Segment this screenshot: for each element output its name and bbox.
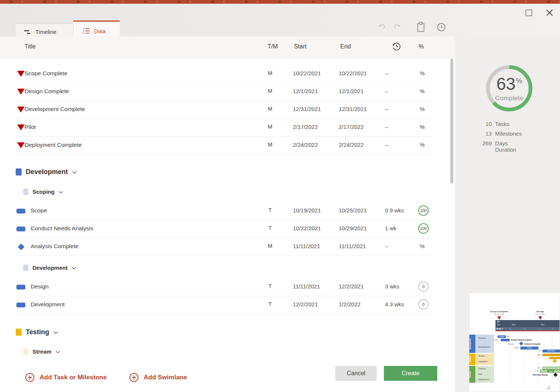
section-development[interactable]: Development — [16, 163, 77, 180]
swimlane-color-swatch[interactable] — [23, 348, 28, 355]
tm-cell[interactable]: M — [265, 70, 275, 76]
add-task-or-milestone-button[interactable]: Add Task or Milestone — [25, 371, 107, 384]
title-cell[interactable]: Development Complete — [25, 106, 85, 113]
end-cell[interactable]: 12/31/2021 — [339, 106, 367, 112]
swimlane-label[interactable]: Stream — [32, 348, 51, 355]
swimlane-stream[interactable]: Stream — [23, 343, 60, 360]
chevron-down-icon[interactable] — [53, 331, 58, 334]
duration-cell[interactable]: 3 wks — [385, 283, 399, 290]
clipboard-icon[interactable] — [416, 22, 425, 33]
percent-cell[interactable]: % — [420, 142, 425, 148]
start-cell[interactable]: 2/24/2022 — [293, 142, 318, 148]
title-cell[interactable]: Design — [31, 283, 49, 290]
percent-cell[interactable]: % — [420, 124, 425, 130]
duration-cell[interactable]: 0.9 wks — [385, 207, 404, 214]
title-cell[interactable]: Scope Complete — [25, 70, 68, 77]
end-cell[interactable]: 12/2/2021 — [339, 283, 364, 290]
tm-cell[interactable]: M — [265, 124, 275, 130]
tm-cell[interactable]: M — [265, 243, 275, 249]
title-cell[interactable]: Scope — [31, 207, 47, 214]
tm-cell[interactable]: M — [265, 106, 275, 112]
resize-grip[interactable] — [545, 384, 551, 390]
task-row[interactable]: Design T 11/11/2021 12/2/2021 3 wks 0 — [16, 278, 434, 296]
vertical-scrollbar[interactable] — [450, 59, 453, 183]
end-cell[interactable]: 10/22/2021 — [339, 70, 367, 76]
start-cell[interactable]: 12/1/2021 — [293, 88, 318, 94]
percent-cell[interactable]: % — [420, 88, 425, 94]
chevron-down-icon[interactable] — [56, 351, 60, 354]
end-cell[interactable]: 2/17/2022 — [339, 124, 364, 130]
duration-cell[interactable]: 4.3 wks — [385, 301, 404, 307]
section-label[interactable]: Testing — [26, 328, 49, 336]
duration-cell[interactable]: – — [385, 88, 388, 94]
swimlane-development[interactable]: Development — [23, 259, 76, 276]
start-cell[interactable]: 10/22/2021 — [293, 70, 321, 76]
title-cell[interactable]: Pilot — [25, 124, 36, 130]
percent-cell[interactable]: % — [420, 106, 425, 112]
tm-cell[interactable]: T — [265, 283, 275, 289]
close-button[interactable] — [546, 9, 553, 16]
swimlane-label[interactable]: Scoping — [32, 189, 54, 195]
undo-icon[interactable] — [378, 22, 387, 32]
milestone-row[interactable]: Deployment Complete M 2/24/2022 2/24/202… — [16, 136, 434, 155]
start-cell[interactable]: 11/11/2021 — [293, 243, 320, 249]
section-color-swatch[interactable] — [16, 168, 22, 176]
tm-cell[interactable]: T — [265, 225, 275, 231]
title-cell[interactable]: Development — [31, 301, 65, 308]
section-testing[interactable]: Testing — [16, 323, 58, 341]
task-row[interactable]: Scope T 10/19/2021 10/25/2021 0.9 wks 10… — [16, 202, 434, 220]
swimlane-scoping[interactable]: Scoping — [23, 183, 63, 200]
title-cell[interactable]: Deployment Complete — [25, 142, 82, 148]
end-cell[interactable]: 2/24/2022 — [339, 142, 364, 148]
task-shape-icon[interactable] — [16, 220, 26, 238]
duration-cell[interactable]: 1 wk — [385, 225, 397, 231]
swimlane-label[interactable]: Development — [32, 265, 68, 271]
duration-cell[interactable]: – — [385, 124, 388, 130]
percent-complete-badge[interactable]: 100 — [418, 205, 429, 216]
milestone-row[interactable]: Scope Complete M 10/22/2021 10/22/2021 –… — [16, 65, 434, 83]
tm-cell[interactable]: M — [265, 142, 275, 148]
swimlane-color-swatch[interactable] — [23, 189, 28, 195]
tm-cell[interactable]: T — [265, 301, 275, 307]
start-cell[interactable]: 10/22/2021 — [293, 225, 321, 231]
chevron-down-icon[interactable] — [72, 267, 76, 270]
percent-complete-badge[interactable]: 100 — [418, 223, 429, 234]
chevron-down-icon[interactable] — [59, 191, 63, 194]
end-cell[interactable]: 1/2/2022 — [339, 301, 360, 307]
start-cell[interactable]: 11/11/2021 — [293, 283, 320, 290]
task-shape-icon[interactable] — [16, 296, 26, 314]
duration-cell[interactable]: – — [385, 70, 388, 76]
milestone-row[interactable]: Development Complete M 12/31/2021 12/31/… — [16, 101, 434, 119]
add-swimlane-button[interactable]: Add Swimlane — [129, 371, 187, 384]
milestone-shape-icon[interactable] — [16, 238, 26, 256]
cancel-button[interactable]: Cancel — [335, 366, 377, 381]
task-row[interactable]: Conduct Needs Analysis T 10/22/2021 10/2… — [16, 220, 434, 238]
title-cell[interactable]: Analysis Complete — [31, 243, 78, 250]
section-label[interactable]: Development — [26, 168, 68, 176]
milestone-row[interactable]: Design Complete M 12/1/2021 12/1/2021 – … — [16, 83, 434, 101]
milestone-row[interactable]: Analysis Complete M 11/11/2021 11/11/202… — [16, 238, 434, 256]
duration-cell[interactable]: – — [385, 142, 388, 148]
end-cell[interactable]: 11/11/2021 — [339, 243, 366, 249]
start-cell[interactable]: 12/2/2021 — [293, 301, 318, 307]
start-cell[interactable]: 2/17/2022 — [293, 124, 318, 130]
maximize-button[interactable] — [526, 10, 532, 16]
swimlane-color-swatch[interactable] — [23, 265, 28, 271]
percent-cell[interactable]: % — [420, 243, 425, 249]
end-cell[interactable]: 10/29/2021 — [339, 225, 367, 231]
chevron-down-icon[interactable] — [72, 171, 77, 174]
redo-icon[interactable] — [392, 22, 401, 32]
start-cell[interactable]: 10/19/2021 — [293, 207, 321, 214]
start-cell[interactable]: 12/31/2021 — [293, 106, 321, 112]
create-button[interactable]: Create — [384, 366, 437, 381]
end-cell[interactable]: 10/25/2021 — [339, 207, 367, 214]
section-color-swatch[interactable] — [16, 329, 22, 336]
task-shape-icon[interactable] — [16, 202, 26, 220]
task-shape-icon[interactable] — [16, 278, 26, 296]
tm-cell[interactable]: M — [265, 88, 275, 94]
title-cell[interactable]: Design Complete — [25, 88, 69, 95]
percent-cell[interactable]: % — [420, 70, 425, 76]
percent-complete-badge[interactable]: 0 — [418, 299, 429, 310]
tm-cell[interactable]: T — [265, 207, 275, 213]
title-cell[interactable]: Conduct Needs Analysis — [31, 225, 93, 232]
